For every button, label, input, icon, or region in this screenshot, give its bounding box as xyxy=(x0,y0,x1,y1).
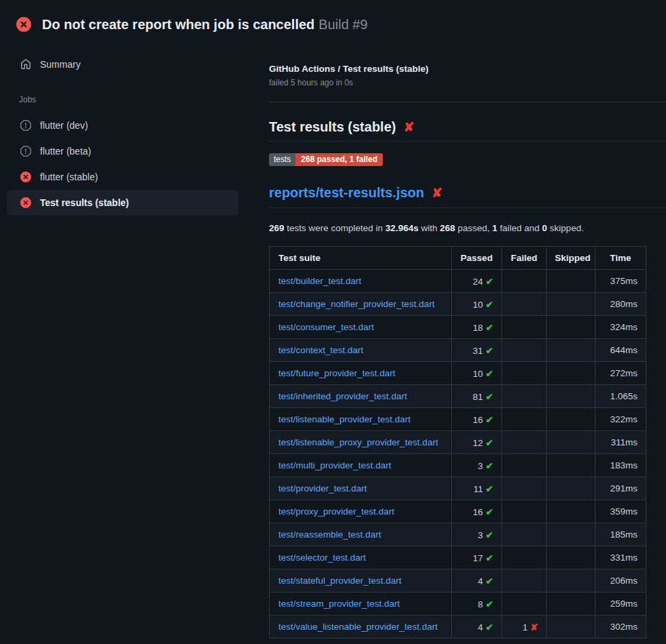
skipped-cell xyxy=(547,408,596,431)
table-row: test/stream_provider_test.dart8✔259ms xyxy=(270,592,646,616)
passed-cell: 31✔ xyxy=(452,339,502,362)
passed-cell-number: 4 xyxy=(478,622,483,632)
passed-cell: 4✔ xyxy=(452,569,502,592)
passed-cell: 16✔ xyxy=(452,500,502,523)
table-row: test/stateful_provider_test.dart4✔206ms xyxy=(270,569,646,592)
check-icon: ✔ xyxy=(486,530,493,540)
sidebar-item-label: flutter (dev) xyxy=(40,120,88,131)
test-suite-link[interactable]: test/consumer_test.dart xyxy=(278,322,374,332)
skipped-cell xyxy=(547,454,596,477)
divider xyxy=(269,102,666,102)
time-cell: 322ms xyxy=(596,408,646,431)
failed-cell xyxy=(502,431,547,454)
failed-cell xyxy=(502,546,547,569)
test-suite-link[interactable]: test/value_listenable_provider_test.dart xyxy=(278,622,438,632)
failed-cell xyxy=(502,385,547,408)
time-cell: 259ms xyxy=(596,592,646,616)
suite-cell: test/stream_provider_test.dart xyxy=(270,592,452,616)
test-suite-link[interactable]: test/change_notifier_provider_test.dart xyxy=(278,299,434,309)
failed-cell-number: 1 xyxy=(522,622,528,632)
suite-cell: test/context_test.dart xyxy=(270,339,452,362)
check-icon: ✔ xyxy=(486,369,493,379)
time-cell: 644ms xyxy=(596,339,646,362)
sidebar-item-flutter-dev[interactable]: flutter (dev) xyxy=(7,113,238,138)
passed-cell: 81✔ xyxy=(452,385,502,408)
sidebar-item-test-results-stable[interactable]: Test results (stable) xyxy=(7,190,238,216)
failed-cell xyxy=(502,293,547,316)
skipped-cell xyxy=(547,293,596,316)
sidebar-item-flutter-stable[interactable]: flutter (stable) xyxy=(7,164,238,190)
test-suite-link[interactable]: test/listenable_proxy_provider_test.dart xyxy=(278,437,438,447)
time-cell: 311ms xyxy=(596,431,646,454)
skipped-cell xyxy=(547,477,596,500)
passed-cell-number: 11 xyxy=(474,484,483,494)
skipped-cell xyxy=(547,339,596,362)
run-build-number: Build #9 xyxy=(318,17,367,32)
test-suite-link[interactable]: test/reassemble_test.dart xyxy=(278,529,381,540)
summary-segment: tests were completed in xyxy=(285,223,386,233)
section-title-text: Test results (stable) xyxy=(269,119,396,135)
time-cell: 1.065s xyxy=(596,385,646,408)
suite-cell: test/listenable_proxy_provider_test.dart xyxy=(270,431,452,454)
x-icon: ✘ xyxy=(530,622,538,632)
suite-cell: test/consumer_test.dart xyxy=(270,316,452,339)
test-suite-link[interactable]: test/proxy_provider_test.dart xyxy=(278,506,394,517)
test-suite-link[interactable]: test/multi_provider_test.dart xyxy=(278,460,392,470)
time-cell: 375ms xyxy=(596,270,646,293)
passed-cell-number: 12 xyxy=(473,438,483,448)
run-meta: failed 5 hours ago in 0s xyxy=(269,78,666,87)
passed-cell-number: 8 xyxy=(478,599,483,609)
table-row: test/selector_test.dart17✔331ms xyxy=(270,546,646,569)
report-file-link[interactable]: reports/test-results.json xyxy=(269,185,424,201)
test-suite-link[interactable]: test/listenable_provider_test.dart xyxy=(278,414,411,424)
test-suite-link[interactable]: test/builder_test.dart xyxy=(278,276,361,286)
sidebar-item-label: flutter (beta) xyxy=(40,146,91,157)
table-row: test/future_provider_test.dart10✔272ms xyxy=(270,362,646,385)
failed-cell: 1✘ xyxy=(502,616,547,639)
sidebar-item-label: Summary xyxy=(40,59,81,70)
summary-segment: with xyxy=(419,223,440,233)
stop-icon xyxy=(20,146,31,157)
test-suite-link[interactable]: test/provider_test.dart xyxy=(278,483,367,494)
passed-cell: 24✔ xyxy=(452,270,502,293)
passed-cell: 4✔ xyxy=(452,616,502,639)
time-cell: 272ms xyxy=(596,362,646,385)
column-header-passed: Passed xyxy=(452,247,502,270)
sidebar-item-summary[interactable]: Summary xyxy=(7,52,238,77)
summary-segment: 268 xyxy=(440,223,455,233)
test-suite-link[interactable]: test/inherited_provider_test.dart xyxy=(278,391,407,401)
passed-cell-number: 10 xyxy=(473,300,483,310)
check-icon: ✔ xyxy=(486,392,493,402)
failed-x-icon: ✘ xyxy=(432,186,442,199)
test-suite-link[interactable]: test/selector_test.dart xyxy=(278,552,366,563)
passed-cell-number: 16 xyxy=(473,415,483,425)
suite-cell: test/multi_provider_test.dart xyxy=(270,454,452,477)
skipped-cell xyxy=(547,523,596,546)
test-suite-link[interactable]: test/future_provider_test.dart xyxy=(278,368,396,378)
failed-cell xyxy=(502,477,547,500)
suite-cell: test/inherited_provider_test.dart xyxy=(270,385,452,408)
tests-badge: tests 268 passed, 1 failed xyxy=(269,153,383,166)
passed-cell-number: 24 xyxy=(473,277,483,287)
test-suite-link[interactable]: test/stream_provider_test.dart xyxy=(278,599,400,609)
stop-icon xyxy=(20,120,31,131)
suite-cell: test/stateful_provider_test.dart xyxy=(270,569,452,592)
summary-segment: failed and xyxy=(497,223,542,233)
sidebar: Summary Jobs flutter (dev) flutter (beta… xyxy=(0,38,269,216)
suite-cell: test/selector_test.dart xyxy=(270,546,452,569)
test-suite-link[interactable]: test/context_test.dart xyxy=(278,345,363,355)
check-icon: ✔ xyxy=(486,484,493,494)
check-icon: ✔ xyxy=(486,507,493,517)
table-row: test/context_test.dart31✔644ms xyxy=(270,339,646,362)
check-icon: ✔ xyxy=(486,438,493,448)
table-row: test/value_listenable_provider_test.dart… xyxy=(270,616,646,639)
passed-cell-number: 81 xyxy=(473,392,483,402)
sidebar-item-flutter-beta[interactable]: flutter (beta) xyxy=(7,138,238,164)
table-row: test/reassemble_test.dart3✔185ms xyxy=(270,523,646,546)
passed-cell: 17✔ xyxy=(452,546,502,569)
test-suite-link[interactable]: test/stateful_provider_test.dart xyxy=(278,576,402,586)
failed-cell xyxy=(502,592,547,616)
run-failed-x-circle-icon xyxy=(16,17,31,32)
table-row: test/proxy_provider_test.dart16✔359ms xyxy=(270,500,646,523)
badge-value: 268 passed, 1 failed xyxy=(295,153,383,166)
